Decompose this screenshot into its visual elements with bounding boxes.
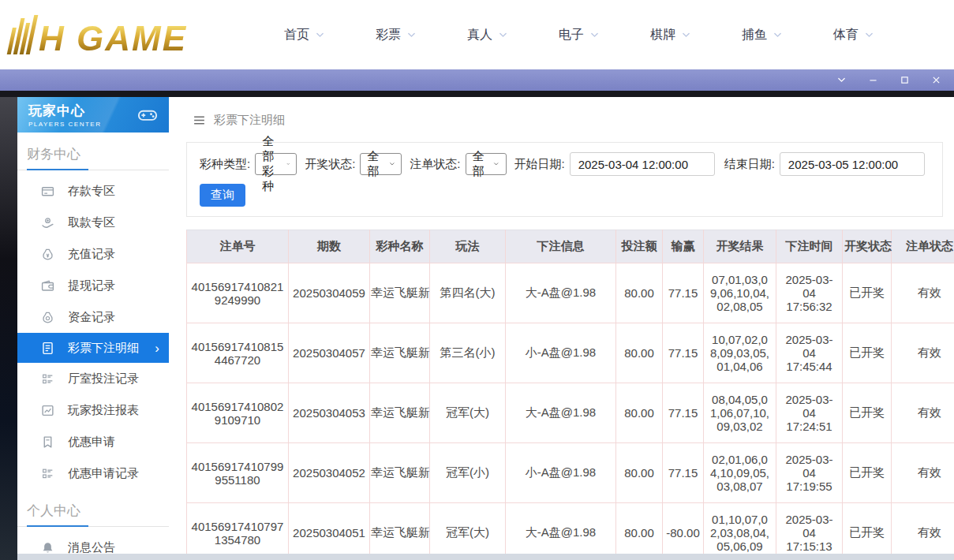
nav-item-label: 捕鱼	[742, 27, 767, 43]
sidebar-item[interactable]: 优惠申请	[17, 426, 169, 457]
nav-item[interactable]: 彩票	[376, 27, 417, 43]
sidebar-item[interactable]: 消息公告	[17, 532, 169, 554]
table-header-cell: 输赢	[663, 230, 704, 263]
section-title-personal: 个人中心	[17, 489, 169, 526]
table-row[interactable]: 401569174108219249990 20250304059 幸运飞艇新 …	[187, 263, 954, 323]
window-left-edge	[0, 97, 17, 560]
sidebar-item[interactable]: 厅室投注记录	[17, 363, 169, 394]
sidebar-item[interactable]: 资金记录	[17, 301, 169, 333]
sidebar-item[interactable]: 取款专区	[17, 207, 169, 238]
nav-item[interactable]: 真人	[467, 27, 508, 43]
window-titlebar	[0, 69, 954, 91]
cell-win-loss: 77.15	[663, 383, 704, 443]
report-chart-icon	[41, 404, 54, 417]
sidebar-item-label: 充值记录	[68, 247, 115, 262]
cell-play: 冠军(大)	[430, 503, 506, 554]
table-header-cell: 注单状态	[892, 230, 954, 263]
section-title-finance: 财务中心	[17, 133, 169, 170]
sidebar-item-label: 取款专区	[68, 215, 115, 230]
players-center-subtitle: PLAYERS CENTER	[28, 121, 169, 128]
chevron-down-icon	[498, 30, 508, 40]
cell-bet-time: 2025-03-04 17:45:44	[776, 323, 843, 383]
sidebar: 玩家中心 PLAYERS CENTER 财务中心 存款专区 取款专区 充值记录	[17, 97, 169, 554]
bell-icon	[41, 541, 54, 554]
window-dropdown-button[interactable]	[831, 73, 851, 88]
cell-amount: 80.00	[616, 323, 663, 383]
chevron-down-icon	[681, 30, 691, 40]
cell-play: 第三名(小)	[430, 323, 506, 383]
table-row[interactable]: 401569174107999551180 20250304052 幸运飞艇新 …	[187, 443, 954, 503]
cell-period: 20250304051	[289, 503, 370, 554]
nav-item-label: 体育	[833, 27, 859, 43]
sidebar-item-label: 消息公告	[68, 540, 115, 554]
brand-logo[interactable]: H GAME	[11, 15, 248, 54]
window-maximize-button[interactable]	[894, 73, 915, 88]
draw-status-select[interactable]: 全部	[360, 153, 402, 175]
sidebar-item-label: 玩家投注报表	[68, 403, 139, 418]
end-date-input[interactable]	[780, 152, 925, 176]
cell-bet-no: 401569174108154467720	[187, 323, 289, 383]
cell-bet-no: 401569174108219249990	[187, 263, 289, 323]
minimize-icon	[868, 75, 878, 85]
table-row[interactable]: 401569174108154467720 20250304057 幸运飞艇新 …	[187, 323, 954, 383]
sidebar-item[interactable]: 优惠申请记录	[17, 457, 169, 489]
chevron-down-icon	[315, 30, 325, 40]
nav-item[interactable]: 电子	[559, 27, 600, 43]
cell-bet-time: 2025-03-04 17:19:55	[776, 443, 843, 503]
start-date-input[interactable]	[570, 152, 715, 176]
sidebar-item-label: 资金记录	[68, 310, 115, 325]
sidebar-item[interactable]: 彩票下注明细 ›	[17, 333, 169, 363]
sidebar-item[interactable]: 玩家投注报表	[17, 394, 169, 426]
close-icon	[931, 75, 941, 85]
sidebar-item[interactable]: 存款专区	[17, 175, 169, 207]
table-header-cell: 注单号	[187, 230, 289, 263]
cell-lottery-name: 幸运飞艇新	[370, 263, 430, 323]
draw-status-value: 全部	[367, 149, 382, 179]
nav-item[interactable]: 首页	[284, 27, 325, 43]
chevron-down-icon	[406, 30, 417, 40]
cell-lottery-name: 幸运飞艇新	[370, 503, 430, 554]
sidebar-item-label: 彩票下注明细	[68, 341, 139, 356]
main-navigation: 首页 彩票 真人 电子 棋牌 捕鱼 体育	[284, 27, 874, 43]
nav-item[interactable]: 棋牌	[650, 27, 691, 43]
sidebar-header: 玩家中心 PLAYERS CENTER	[17, 97, 169, 133]
table-header-row: 注单号期数彩种名称玩法下注信息投注额输赢开奖结果下注时间开奖状态注单状态	[187, 230, 954, 263]
nav-item-label: 棋牌	[650, 27, 675, 43]
cell-bet-no: 401569174107971354780	[187, 503, 289, 554]
withdraw-hand-icon	[41, 216, 54, 230]
window-minimize-button[interactable]	[862, 73, 883, 88]
sidebar-item-label: 优惠申请	[68, 435, 115, 450]
table-row[interactable]: 401569174107971354780 20250304051 幸运飞艇新 …	[187, 503, 954, 554]
menu-icon[interactable]	[193, 114, 206, 127]
cell-draw-status: 已开奖	[843, 263, 892, 323]
cell-bet-time: 2025-03-04 17:56:32	[776, 263, 843, 323]
cell-amount: 80.00	[616, 383, 663, 443]
lottery-type-select[interactable]: 全部彩种	[255, 153, 297, 175]
cell-play: 冠军(小)	[430, 443, 506, 503]
table-row[interactable]: 401569174108029109710 20250304053 幸运飞艇新 …	[187, 383, 954, 443]
bet-detail-icon	[41, 342, 54, 355]
window-close-button[interactable]	[926, 73, 946, 88]
cell-bet-info: 小-A盘@1.98	[506, 443, 616, 503]
main-panel: 彩票下注明细 彩种类型: 全部彩种 开奖状态: 全部 注单状态: 全部	[169, 97, 954, 554]
nav-item-label: 彩票	[376, 27, 401, 43]
sidebar-item-label: 存款专区	[68, 184, 115, 199]
cell-order-status: 有效	[892, 443, 954, 503]
cell-lottery-name: 幸运飞艇新	[370, 323, 430, 383]
cell-period: 20250304053	[289, 383, 370, 443]
lottery-type-value: 全部彩种	[262, 134, 280, 194]
sidebar-item[interactable]: 充值记录	[17, 238, 169, 270]
breadcrumb: 彩票下注明细	[169, 97, 954, 128]
bet-detail-table: 注单号期数彩种名称玩法下注信息投注额输赢开奖结果下注时间开奖状态注单状态 401…	[186, 230, 954, 554]
search-button[interactable]: 查询	[200, 184, 245, 207]
order-status-select[interactable]: 全部	[466, 153, 507, 175]
table-header-cell: 下注信息	[506, 230, 616, 263]
nav-item[interactable]: 体育	[833, 27, 874, 43]
cell-play: 冠军(大)	[430, 383, 506, 443]
nav-item[interactable]: 捕鱼	[742, 27, 783, 43]
section-divider	[17, 526, 169, 527]
cell-draw-status: 已开奖	[843, 383, 892, 443]
cell-order-status: 有效	[892, 263, 954, 323]
logo-mark-icon	[7, 15, 39, 54]
sidebar-item[interactable]: 提现记录	[17, 270, 169, 301]
